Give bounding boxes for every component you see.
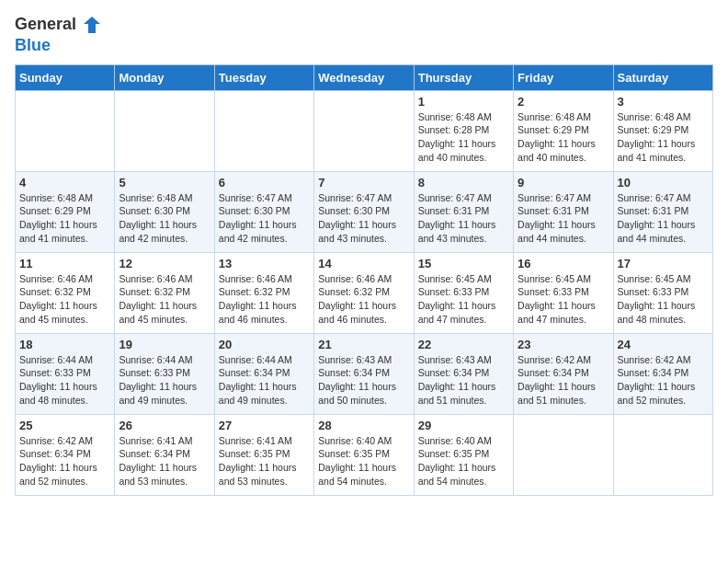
cell-info: Sunrise: 6:47 AM Sunset: 6:31 PM Dayligh… (618, 191, 709, 246)
day-number: 15 (418, 257, 509, 270)
calendar-cell: 26Sunrise: 6:41 AM Sunset: 6:34 PM Dayli… (115, 414, 214, 495)
cell-info: Sunrise: 6:41 AM Sunset: 6:34 PM Dayligh… (119, 434, 210, 488)
cell-info: Sunrise: 6:40 AM Sunset: 6:35 PM Dayligh… (318, 434, 409, 488)
logo-general-text: General (15, 15, 76, 33)
day-number: 22 (418, 338, 509, 351)
day-number: 9 (518, 176, 609, 190)
day-number: 8 (418, 176, 509, 190)
cell-info: Sunrise: 6:46 AM Sunset: 6:32 PM Dayligh… (219, 272, 310, 327)
calendar-cell: 29Sunrise: 6:40 AM Sunset: 6:35 PM Dayli… (414, 414, 513, 495)
calendar-cell: 27Sunrise: 6:41 AM Sunset: 6:35 PM Dayli… (214, 414, 313, 495)
cell-info: Sunrise: 6:48 AM Sunset: 6:29 PM Dayligh… (19, 191, 110, 246)
calendar-cell: 4Sunrise: 6:48 AM Sunset: 6:29 PM Daylig… (16, 171, 115, 252)
day-header-friday: Friday (514, 64, 613, 90)
calendar-cell: 24Sunrise: 6:42 AM Sunset: 6:34 PM Dayli… (613, 333, 712, 414)
day-number: 29 (418, 419, 509, 432)
cell-info: Sunrise: 6:48 AM Sunset: 6:28 PM Dayligh… (418, 110, 509, 165)
calendar-body: 1Sunrise: 6:48 AM Sunset: 6:28 PM Daylig… (16, 90, 713, 495)
day-header-monday: Monday (115, 64, 214, 90)
cell-info: Sunrise: 6:47 AM Sunset: 6:30 PM Dayligh… (219, 191, 310, 246)
day-number: 28 (318, 419, 409, 432)
cell-info: Sunrise: 6:47 AM Sunset: 6:30 PM Dayligh… (318, 191, 409, 246)
day-header-tuesday: Tuesday (214, 64, 313, 90)
calendar-cell: 9Sunrise: 6:47 AM Sunset: 6:31 PM Daylig… (514, 171, 613, 252)
week-row-4: 25Sunrise: 6:42 AM Sunset: 6:34 PM Dayli… (16, 414, 713, 495)
cell-info: Sunrise: 6:46 AM Sunset: 6:32 PM Dayligh… (318, 272, 409, 327)
calendar-cell: 14Sunrise: 6:46 AM Sunset: 6:32 PM Dayli… (314, 252, 414, 333)
week-row-1: 4Sunrise: 6:48 AM Sunset: 6:29 PM Daylig… (16, 171, 713, 252)
calendar-cell: 13Sunrise: 6:46 AM Sunset: 6:32 PM Dayli… (214, 252, 313, 333)
cell-info: Sunrise: 6:43 AM Sunset: 6:34 PM Dayligh… (318, 353, 409, 408)
cell-info: Sunrise: 6:45 AM Sunset: 6:33 PM Dayligh… (518, 272, 609, 327)
day-number: 20 (219, 338, 310, 351)
calendar-cell (214, 90, 313, 171)
day-number: 10 (618, 176, 709, 190)
calendar-cell (115, 90, 214, 171)
day-number: 5 (119, 176, 210, 190)
day-number: 27 (219, 419, 310, 432)
calendar-cell (613, 414, 712, 495)
day-number: 12 (119, 257, 210, 270)
cell-info: Sunrise: 6:47 AM Sunset: 6:31 PM Dayligh… (418, 191, 509, 246)
calendar-cell: 15Sunrise: 6:45 AM Sunset: 6:33 PM Dayli… (414, 252, 513, 333)
day-number: 11 (19, 257, 110, 270)
day-number: 3 (618, 95, 709, 109)
logo-blue-text: Blue (15, 36, 51, 54)
calendar-cell: 5Sunrise: 6:48 AM Sunset: 6:30 PM Daylig… (115, 171, 214, 252)
cell-info: Sunrise: 6:44 AM Sunset: 6:34 PM Dayligh… (219, 353, 310, 408)
day-number: 17 (618, 257, 709, 270)
cell-info: Sunrise: 6:41 AM Sunset: 6:35 PM Dayligh… (219, 434, 310, 488)
cell-info: Sunrise: 6:46 AM Sunset: 6:32 PM Dayligh… (119, 272, 210, 327)
cell-info: Sunrise: 6:45 AM Sunset: 6:33 PM Dayligh… (418, 272, 509, 327)
cell-info: Sunrise: 6:48 AM Sunset: 6:30 PM Dayligh… (119, 191, 210, 246)
calendar-cell (16, 90, 115, 171)
logo-flag-icon (82, 15, 102, 35)
calendar-cell: 23Sunrise: 6:42 AM Sunset: 6:34 PM Dayli… (514, 333, 613, 414)
cell-info: Sunrise: 6:43 AM Sunset: 6:34 PM Dayligh… (418, 353, 509, 408)
cell-info: Sunrise: 6:40 AM Sunset: 6:35 PM Dayligh… (418, 434, 509, 488)
calendar-header: SundayMondayTuesdayWednesdayThursdayFrid… (16, 64, 713, 90)
day-number: 21 (318, 338, 409, 351)
calendar-cell: 17Sunrise: 6:45 AM Sunset: 6:33 PM Dayli… (613, 252, 712, 333)
cell-info: Sunrise: 6:46 AM Sunset: 6:32 PM Dayligh… (19, 272, 110, 327)
day-number: 23 (518, 338, 609, 351)
day-number: 25 (19, 419, 110, 432)
day-number: 24 (618, 338, 709, 351)
week-row-3: 18Sunrise: 6:44 AM Sunset: 6:33 PM Dayli… (16, 333, 713, 414)
calendar-cell: 6Sunrise: 6:47 AM Sunset: 6:30 PM Daylig… (214, 171, 313, 252)
day-header-sunday: Sunday (16, 64, 115, 90)
day-number: 19 (119, 338, 210, 351)
cell-info: Sunrise: 6:48 AM Sunset: 6:29 PM Dayligh… (518, 110, 609, 165)
day-number: 4 (19, 176, 110, 190)
cell-info: Sunrise: 6:45 AM Sunset: 6:33 PM Dayligh… (618, 272, 709, 327)
day-header-thursday: Thursday (414, 64, 513, 90)
calendar-cell: 19Sunrise: 6:44 AM Sunset: 6:33 PM Dayli… (115, 333, 214, 414)
calendar-cell (314, 90, 414, 171)
logo: General Blue (15, 15, 102, 55)
calendar-cell: 8Sunrise: 6:47 AM Sunset: 6:31 PM Daylig… (414, 171, 513, 252)
cell-info: Sunrise: 6:47 AM Sunset: 6:31 PM Dayligh… (518, 191, 609, 246)
svg-marker-0 (84, 17, 100, 33)
logo-wordmark: General Blue (15, 15, 102, 55)
day-number: 7 (318, 176, 409, 190)
calendar-cell: 25Sunrise: 6:42 AM Sunset: 6:34 PM Dayli… (16, 414, 115, 495)
calendar-cell: 3Sunrise: 6:48 AM Sunset: 6:29 PM Daylig… (613, 90, 712, 171)
calendar-cell: 21Sunrise: 6:43 AM Sunset: 6:34 PM Dayli… (314, 333, 414, 414)
day-number: 14 (318, 257, 409, 270)
day-number: 26 (119, 419, 210, 432)
calendar-table: SundayMondayTuesdayWednesdayThursdayFrid… (15, 64, 713, 496)
day-header-wednesday: Wednesday (314, 64, 414, 90)
cell-info: Sunrise: 6:44 AM Sunset: 6:33 PM Dayligh… (119, 353, 210, 408)
day-number: 18 (19, 338, 110, 351)
calendar-cell: 18Sunrise: 6:44 AM Sunset: 6:33 PM Dayli… (16, 333, 115, 414)
cell-info: Sunrise: 6:44 AM Sunset: 6:33 PM Dayligh… (19, 353, 110, 408)
calendar-cell: 10Sunrise: 6:47 AM Sunset: 6:31 PM Dayli… (613, 171, 712, 252)
week-row-2: 11Sunrise: 6:46 AM Sunset: 6:32 PM Dayli… (16, 252, 713, 333)
cell-info: Sunrise: 6:42 AM Sunset: 6:34 PM Dayligh… (518, 353, 609, 408)
calendar-cell: 11Sunrise: 6:46 AM Sunset: 6:32 PM Dayli… (16, 252, 115, 333)
day-header-saturday: Saturday (613, 64, 712, 90)
day-number: 1 (418, 95, 509, 109)
calendar-cell: 12Sunrise: 6:46 AM Sunset: 6:32 PM Dayli… (115, 252, 214, 333)
calendar-cell: 16Sunrise: 6:45 AM Sunset: 6:33 PM Dayli… (514, 252, 613, 333)
calendar-cell: 2Sunrise: 6:48 AM Sunset: 6:29 PM Daylig… (514, 90, 613, 171)
